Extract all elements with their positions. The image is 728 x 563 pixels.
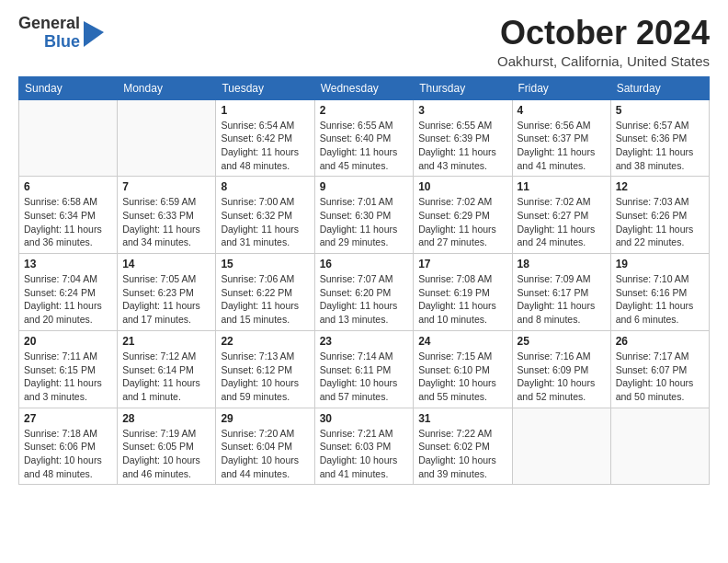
day-number: 4	[518, 104, 606, 117]
calendar-week-row: 20Sunrise: 7:11 AMSunset: 6:15 PMDayligh…	[19, 330, 710, 408]
calendar-cell: 3Sunrise: 6:55 AMSunset: 6:39 PMDaylight…	[414, 99, 512, 177]
calendar-cell: 6Sunrise: 6:58 AMSunset: 6:34 PMDaylight…	[19, 177, 118, 254]
cell-content: Sunrise: 6:55 AMSunset: 6:39 PMDaylight:…	[418, 119, 506, 173]
cell-content: Sunrise: 6:56 AMSunset: 6:37 PMDaylight:…	[518, 119, 606, 173]
calendar-cell: 2Sunrise: 6:55 AMSunset: 6:40 PMDaylight…	[314, 99, 414, 177]
calendar-cell: 10Sunrise: 7:02 AMSunset: 6:29 PMDayligh…	[414, 177, 512, 254]
cell-content: Sunrise: 7:21 AMSunset: 6:03 PMDaylight:…	[320, 427, 409, 481]
day-number: 21	[122, 335, 210, 348]
calendar-cell	[610, 408, 709, 485]
cell-content: Sunrise: 7:04 AMSunset: 6:24 PMDaylight:…	[24, 272, 112, 327]
day-number: 7	[122, 180, 210, 193]
calendar-cell: 12Sunrise: 7:03 AMSunset: 6:26 PMDayligh…	[610, 177, 709, 254]
cell-content: Sunrise: 7:19 AMSunset: 6:05 PMDaylight:…	[122, 427, 210, 481]
cell-content: Sunrise: 7:18 AMSunset: 6:06 PMDaylight:…	[24, 427, 112, 481]
day-number: 25	[518, 335, 606, 348]
calendar-header-friday: Friday	[512, 76, 610, 99]
cell-content: Sunrise: 7:02 AMSunset: 6:29 PMDaylight:…	[418, 195, 506, 249]
day-number: 26	[616, 335, 704, 348]
calendar-cell: 5Sunrise: 6:57 AMSunset: 6:36 PMDaylight…	[610, 99, 709, 177]
calendar-cell: 26Sunrise: 7:17 AMSunset: 6:07 PMDayligh…	[610, 330, 709, 408]
logo-icon	[84, 21, 104, 47]
cell-content: Sunrise: 7:05 AMSunset: 6:23 PMDaylight:…	[122, 272, 210, 327]
cell-content: Sunrise: 6:54 AMSunset: 6:42 PMDaylight:…	[221, 119, 309, 173]
month-title: October 2024	[497, 15, 710, 52]
location: Oakhurst, California, United States	[497, 53, 710, 69]
day-number: 18	[518, 258, 606, 270]
day-number: 20	[24, 335, 112, 348]
day-number: 8	[221, 180, 309, 193]
day-number: 6	[24, 180, 112, 193]
day-number: 31	[418, 412, 506, 425]
svg-marker-0	[84, 21, 104, 47]
calendar-cell	[512, 408, 610, 485]
calendar-header-tuesday: Tuesday	[216, 76, 314, 99]
day-number: 1	[221, 104, 309, 117]
cell-content: Sunrise: 7:02 AMSunset: 6:27 PMDaylight:…	[518, 195, 606, 249]
day-number: 14	[122, 258, 210, 270]
calendar-cell: 24Sunrise: 7:15 AMSunset: 6:10 PMDayligh…	[414, 330, 512, 408]
cell-content: Sunrise: 7:17 AMSunset: 6:07 PMDaylight:…	[616, 350, 704, 404]
calendar-cell: 31Sunrise: 7:22 AMSunset: 6:02 PMDayligh…	[414, 408, 512, 485]
calendar-week-row: 13Sunrise: 7:04 AMSunset: 6:24 PMDayligh…	[19, 254, 710, 331]
day-number: 19	[616, 258, 704, 270]
logo-blue-text: Blue	[44, 33, 80, 52]
calendar-cell: 27Sunrise: 7:18 AMSunset: 6:06 PMDayligh…	[19, 408, 118, 485]
logo: General Blue	[18, 15, 104, 52]
page-header: General Blue October 2024 Oakhurst, Cali…	[18, 15, 710, 69]
calendar-cell: 20Sunrise: 7:11 AMSunset: 6:15 PMDayligh…	[19, 330, 118, 408]
day-number: 2	[320, 104, 409, 117]
cell-content: Sunrise: 7:11 AMSunset: 6:15 PMDaylight:…	[24, 350, 112, 404]
day-number: 12	[616, 180, 704, 193]
day-number: 9	[320, 180, 409, 193]
cell-content: Sunrise: 6:58 AMSunset: 6:34 PMDaylight:…	[24, 195, 112, 249]
calendar-cell: 1Sunrise: 6:54 AMSunset: 6:42 PMDaylight…	[216, 99, 314, 177]
title-block: October 2024 Oakhurst, California, Unite…	[497, 15, 710, 69]
day-number: 23	[320, 335, 409, 348]
cell-content: Sunrise: 7:03 AMSunset: 6:26 PMDaylight:…	[616, 195, 704, 249]
calendar-header-row: SundayMondayTuesdayWednesdayThursdayFrid…	[19, 76, 710, 99]
cell-content: Sunrise: 7:16 AMSunset: 6:09 PMDaylight:…	[518, 350, 606, 404]
calendar-cell	[19, 99, 118, 177]
cell-content: Sunrise: 6:59 AMSunset: 6:33 PMDaylight:…	[122, 195, 210, 249]
cell-content: Sunrise: 7:09 AMSunset: 6:17 PMDaylight:…	[518, 272, 606, 327]
day-number: 30	[320, 412, 409, 425]
calendar-week-row: 6Sunrise: 6:58 AMSunset: 6:34 PMDaylight…	[19, 177, 710, 254]
cell-content: Sunrise: 7:15 AMSunset: 6:10 PMDaylight:…	[418, 350, 506, 404]
calendar-cell: 7Sunrise: 6:59 AMSunset: 6:33 PMDaylight…	[118, 177, 216, 254]
calendar-week-row: 1Sunrise: 6:54 AMSunset: 6:42 PMDaylight…	[19, 99, 710, 177]
calendar-cell: 17Sunrise: 7:08 AMSunset: 6:19 PMDayligh…	[414, 254, 512, 331]
calendar-cell: 21Sunrise: 7:12 AMSunset: 6:14 PMDayligh…	[118, 330, 216, 408]
cell-content: Sunrise: 7:10 AMSunset: 6:16 PMDaylight:…	[616, 272, 704, 327]
day-number: 13	[24, 258, 112, 270]
day-number: 28	[122, 412, 210, 425]
day-number: 5	[616, 104, 704, 117]
calendar-cell: 13Sunrise: 7:04 AMSunset: 6:24 PMDayligh…	[19, 254, 118, 331]
calendar-header-sunday: Sunday	[19, 76, 118, 99]
cell-content: Sunrise: 7:14 AMSunset: 6:11 PMDaylight:…	[320, 350, 409, 404]
cell-content: Sunrise: 6:55 AMSunset: 6:40 PMDaylight:…	[320, 119, 409, 173]
logo-general-text: General	[18, 15, 80, 33]
day-number: 15	[221, 258, 309, 270]
calendar-cell: 8Sunrise: 7:00 AMSunset: 6:32 PMDaylight…	[216, 177, 314, 254]
calendar-cell: 30Sunrise: 7:21 AMSunset: 6:03 PMDayligh…	[314, 408, 414, 485]
day-number: 3	[418, 104, 506, 117]
cell-content: Sunrise: 7:00 AMSunset: 6:32 PMDaylight:…	[221, 195, 309, 249]
calendar-header-saturday: Saturday	[610, 76, 709, 99]
calendar-header-thursday: Thursday	[414, 76, 512, 99]
day-number: 27	[24, 412, 112, 425]
calendar-header-monday: Monday	[118, 76, 216, 99]
calendar-cell: 22Sunrise: 7:13 AMSunset: 6:12 PMDayligh…	[216, 330, 314, 408]
calendar-cell	[118, 99, 216, 177]
cell-content: Sunrise: 7:07 AMSunset: 6:20 PMDaylight:…	[320, 272, 409, 327]
day-number: 17	[418, 258, 506, 270]
calendar-cell: 19Sunrise: 7:10 AMSunset: 6:16 PMDayligh…	[610, 254, 709, 331]
cell-content: Sunrise: 7:20 AMSunset: 6:04 PMDaylight:…	[221, 427, 309, 481]
calendar-week-row: 27Sunrise: 7:18 AMSunset: 6:06 PMDayligh…	[19, 408, 710, 485]
day-number: 11	[518, 180, 606, 193]
calendar-cell: 14Sunrise: 7:05 AMSunset: 6:23 PMDayligh…	[118, 254, 216, 331]
calendar-cell: 18Sunrise: 7:09 AMSunset: 6:17 PMDayligh…	[512, 254, 610, 331]
cell-content: Sunrise: 7:01 AMSunset: 6:30 PMDaylight:…	[320, 195, 409, 249]
cell-content: Sunrise: 7:12 AMSunset: 6:14 PMDaylight:…	[122, 350, 210, 404]
calendar-cell: 23Sunrise: 7:14 AMSunset: 6:11 PMDayligh…	[314, 330, 414, 408]
